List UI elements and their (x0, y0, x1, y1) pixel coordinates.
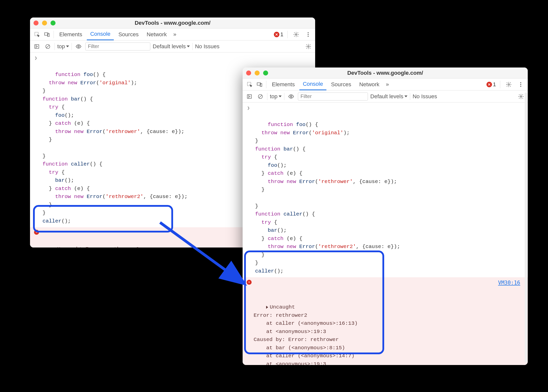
error-count-badge[interactable]: 1 (486, 81, 496, 88)
close-window-button[interactable] (246, 70, 251, 76)
svg-point-4 (308, 32, 309, 33)
console-settings-gear-icon[interactable] (517, 92, 525, 101)
input-chevron-icon: ❯ (35, 55, 37, 62)
log-level-selector[interactable]: Default levels (153, 43, 190, 50)
toggle-drawer-icon[interactable] (33, 42, 41, 51)
clear-console-icon[interactable] (44, 42, 52, 51)
svg-point-9 (78, 46, 79, 47)
devtools-window-2: DevTools - www.google.com/ Elements Cons… (243, 68, 528, 365)
error-count: 1 (493, 81, 496, 88)
console-error-message[interactable]: VM30:16 Uncaught Error: rethrower2 at ca… (243, 277, 528, 365)
panel-tabbar: Elements Console Sources Network » 1 (243, 78, 528, 90)
tab-elements[interactable]: Elements (268, 78, 298, 90)
svg-rect-2 (48, 34, 49, 36)
tab-elements[interactable]: Elements (56, 28, 86, 40)
maximize-window-button[interactable] (51, 20, 56, 26)
more-menu-kebab-icon[interactable] (304, 30, 313, 39)
maximize-window-button[interactable] (263, 70, 268, 76)
tab-console[interactable]: Console (299, 78, 327, 90)
svg-point-17 (520, 86, 521, 87)
error-count-badge[interactable]: 1 (274, 31, 283, 38)
error-icon (274, 32, 279, 37)
log-level-selector[interactable]: Default levels (370, 93, 407, 100)
svg-point-3 (295, 34, 297, 35)
caret-down-icon (404, 96, 407, 97)
input-chevron-icon: ❯ (247, 105, 250, 112)
console-filterbar: top Default levels No Issues (243, 90, 528, 102)
toggle-drawer-icon[interactable] (245, 92, 254, 101)
caret-down-icon (279, 96, 282, 97)
tab-network[interactable]: Network (143, 28, 170, 40)
device-toolbar-icon[interactable] (43, 30, 52, 39)
console-settings-gear-icon[interactable] (304, 42, 313, 51)
svg-point-5 (308, 34, 309, 35)
more-tabs-chevron-icon[interactable]: » (171, 31, 178, 38)
panel-tabbar: Elements Console Sources Network » 1 (30, 28, 315, 40)
filter-input[interactable] (85, 42, 150, 50)
error-icon (34, 230, 39, 235)
svg-point-6 (308, 36, 309, 37)
titlebar: DevTools - www.google.com/ (243, 68, 528, 78)
context-selector[interactable]: top (57, 43, 69, 50)
tab-console[interactable]: Console (87, 28, 114, 40)
console-body: ❯ function foo() { throw new Error('orig… (243, 102, 528, 365)
svg-point-21 (520, 96, 522, 97)
console-input-echo: ❯ function foo() { throw new Error('orig… (243, 102, 528, 277)
issues-label[interactable]: No Issues (413, 93, 437, 100)
inspect-element-icon[interactable] (33, 30, 42, 39)
svg-rect-13 (260, 84, 262, 86)
filter-input[interactable] (298, 92, 368, 100)
minimize-window-button[interactable] (255, 70, 260, 76)
traffic-lights (246, 70, 268, 76)
traffic-lights (34, 20, 56, 26)
settings-gear-icon[interactable] (504, 80, 513, 89)
tab-sources[interactable]: Sources (327, 78, 355, 90)
live-expression-eye-icon[interactable] (287, 92, 295, 101)
titlebar: DevTools - www.google.com/ (30, 18, 315, 28)
window-title: DevTools - www.google.com/ (243, 70, 528, 76)
svg-point-15 (520, 82, 521, 83)
source-link[interactable]: VM30:16 (498, 279, 520, 287)
caret-down-icon (187, 46, 190, 47)
error-icon (247, 280, 252, 285)
tab-network[interactable]: Network (356, 78, 383, 90)
more-menu-kebab-icon[interactable] (516, 80, 525, 89)
live-expression-eye-icon[interactable] (74, 42, 83, 51)
svg-point-14 (508, 84, 509, 85)
inspect-element-icon[interactable] (245, 80, 254, 89)
more-tabs-chevron-icon[interactable]: » (384, 81, 391, 88)
tab-sources[interactable]: Sources (115, 28, 142, 40)
clear-console-icon[interactable] (256, 92, 265, 101)
console-filterbar: top Default levels No Issues (30, 40, 315, 52)
svg-point-10 (308, 46, 309, 47)
svg-point-16 (520, 84, 521, 85)
settings-gear-icon[interactable] (292, 30, 301, 39)
svg-point-20 (290, 96, 292, 97)
close-window-button[interactable] (34, 20, 39, 26)
issues-label[interactable]: No Issues (195, 43, 220, 50)
context-selector[interactable]: top (270, 93, 282, 100)
error-icon (486, 82, 492, 87)
error-count: 1 (280, 31, 283, 38)
window-title: DevTools - www.google.com/ (30, 20, 315, 26)
device-toolbar-icon[interactable] (255, 80, 264, 89)
minimize-window-button[interactable] (42, 20, 47, 26)
caret-down-icon (66, 46, 69, 47)
scrollbar[interactable] (525, 92, 527, 362)
